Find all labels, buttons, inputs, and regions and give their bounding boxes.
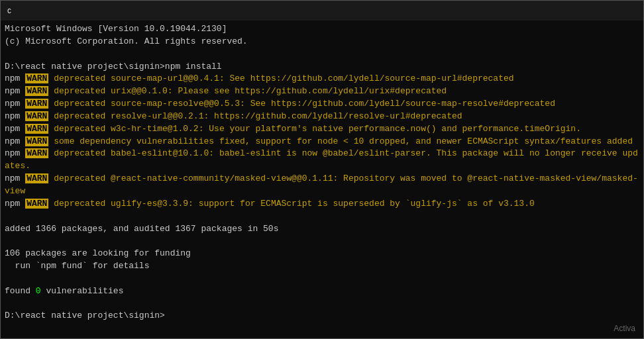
terminal-line: D:\react native project\signin>npm insta…: [5, 61, 639, 73]
minimize-button[interactable]: [547, 1, 577, 21]
close-button[interactable]: [608, 1, 638, 21]
title-bar-left: C: [6, 6, 19, 15]
terminal-line: 106 packages are looking for funding: [5, 248, 639, 260]
terminal-line: npm WARN deprecated urix@@0.1.0: Please …: [5, 85, 639, 98]
terminal-line: added 1366 packages, and audited 1367 pa…: [5, 223, 639, 236]
window-controls: [547, 1, 638, 21]
terminal-output[interactable]: Microsoft Windows [Version 10.0.19044.21…: [1, 21, 643, 338]
terminal-line: npm WARN deprecated uglify-es@3.3.9: sup…: [5, 198, 639, 211]
terminal-line: npm WARN deprecated source-map-url@@0.4.…: [5, 73, 639, 85]
terminal-line: npm WARN deprecated source-map-resolve@@…: [5, 98, 639, 111]
terminal-line: npm WARN deprecated babel-eslint@10.1.0:…: [5, 148, 639, 173]
terminal-line: run `npm fund` for details: [5, 260, 639, 273]
terminal-line: npm WARN deprecated w3c-hr-time@1.0.2: U…: [5, 123, 639, 136]
terminal-line: [5, 298, 639, 311]
terminal-line: found 0 vulnerabilities: [5, 285, 639, 298]
terminal-line: npm WARN deprecated resolve-url@@0.2.1: …: [5, 111, 639, 123]
cmd-icon: C: [6, 6, 15, 15]
terminal-line: [5, 273, 639, 285]
activate-windows-text: Activa: [614, 324, 635, 333]
svg-text:C: C: [7, 8, 11, 15]
terminal-line: [5, 235, 639, 248]
terminal-line: Microsoft Windows [Version 10.0.19044.21…: [5, 23, 639, 36]
terminal-line: D:\react native project\signin>: [5, 310, 639, 322]
terminal-line: npm WARN some dependency vulnerabilities…: [5, 136, 639, 148]
title-bar: C: [1, 1, 643, 21]
cmd-window: C Microsoft Windows [Version 10.0.19044.…: [0, 0, 644, 339]
terminal-line: [5, 211, 639, 223]
terminal-line: npm WARN deprecated @react-native-commun…: [5, 173, 639, 198]
maximize-button[interactable]: [577, 1, 608, 21]
terminal-line: [5, 48, 639, 61]
terminal-line: (c) Microsoft Corporation. All rights re…: [5, 36, 639, 48]
